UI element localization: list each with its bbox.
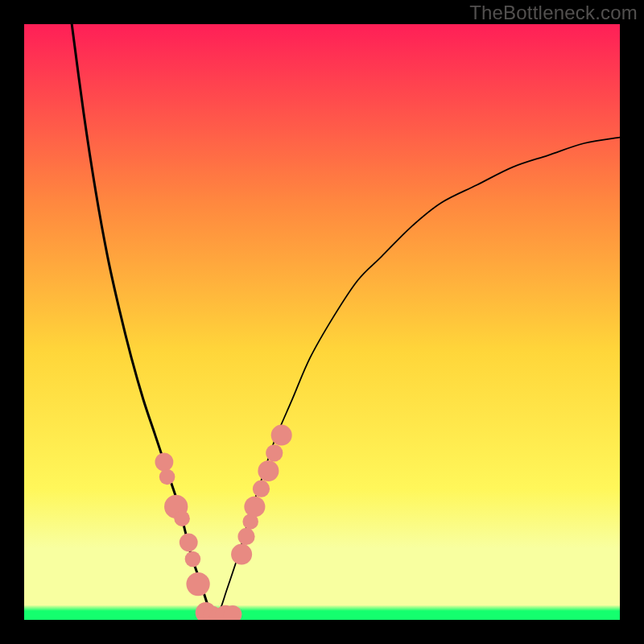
plot-area — [24, 24, 620, 620]
chart-foreground — [24, 24, 620, 620]
watermark-text: TheBottleneck.com — [469, 2, 638, 24]
chart-container: TheBottleneck.com — [0, 0, 644, 644]
